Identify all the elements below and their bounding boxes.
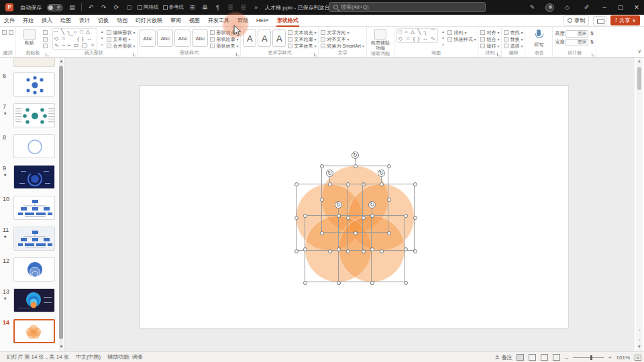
- undo-icon[interactable]: ↶: [87, 3, 95, 12]
- autosave-toggle[interactable]: 关: [47, 4, 63, 11]
- size-field-宽度[interactable]: 宽度厘米⇅: [555, 38, 594, 46]
- button-查找[interactable]: 查找▾: [504, 29, 523, 36]
- pen-icon[interactable]: ✐: [582, 3, 591, 12]
- resize-handle[interactable]: [370, 214, 374, 218]
- button-撤消[interactable]: [2, 29, 7, 36]
- gallery-scroll-icon[interactable]: ▾: [99, 35, 105, 42]
- resize-handle[interactable]: [328, 182, 332, 186]
- shape-gallery[interactable]: □ ○ △ ╲ ┐ ⌒◇ ☆ { } ↔ ∿: [396, 28, 438, 43]
- tab-文件[interactable]: 文件: [0, 15, 19, 27]
- wordart-tile[interactable]: A: [243, 29, 256, 47]
- share-button[interactable]: ⤴ 共享 ∨: [610, 15, 640, 25]
- button-转换为 SmartArt[interactable]: 转换为 SmartArt▾: [321, 43, 364, 49]
- search-input[interactable]: 搜索(Alt+Q): [329, 2, 486, 12]
- previous-slide-icon[interactable]: ⌃: [636, 328, 643, 333]
- resize-handle[interactable]: [294, 249, 299, 253]
- print-icon[interactable]: 🖶: [201, 3, 209, 12]
- next-slide-icon[interactable]: ⌄: [636, 337, 643, 341]
- slide-thumbnail-12[interactable]: [13, 257, 55, 282]
- rotation-handle[interactable]: ↻: [335, 201, 342, 208]
- restore-button[interactable]: ▢: [616, 4, 625, 11]
- panel-scrollbar[interactable]: [59, 58, 63, 351]
- resize-handle[interactable]: [380, 182, 384, 186]
- resize-handle[interactable]: [387, 164, 391, 168]
- styles-tile[interactable]: Abc: [140, 29, 156, 47]
- rotation-handle[interactable]: ↻: [368, 201, 376, 208]
- button-编辑形状[interactable]: 编辑形状▾: [107, 29, 135, 36]
- resize-handle[interactable]: [294, 182, 299, 186]
- new-slide-icon[interactable]: ⊞: [188, 3, 197, 12]
- styles-tile[interactable]: Abc: [192, 29, 208, 47]
- slide-thumbnail-7[interactable]: [13, 103, 55, 127]
- comments-button[interactable]: [593, 16, 606, 25]
- resize-handle[interactable]: [337, 214, 341, 218]
- zoom-out-button[interactable]: –: [565, 355, 568, 361]
- button-文本框[interactable]: 文本框▾: [107, 36, 135, 42]
- button-文本轮廓[interactable]: 文本轮廓▾: [288, 36, 316, 42]
- notes-button[interactable]: ≜ 备注: [495, 354, 513, 361]
- slide-thumbnail-8[interactable]: [13, 134, 55, 158]
- dialog-launcher-icon[interactable]: [314, 53, 317, 56]
- button-旋转[interactable]: 旋转▾: [480, 43, 499, 49]
- tab-开发工具[interactable]: 开发工具: [204, 15, 233, 27]
- accessibility-status[interactable]: 辅助功能: 调查: [107, 353, 142, 361]
- shape-gallery[interactable]: ─ ╲ ┐ ○ □ △◇ ☆ ⌒ { } ↔∿ ¬ ⌐ ▭ ◯ ✧: [52, 28, 97, 50]
- qat-overflow-icon[interactable]: »: [252, 3, 260, 12]
- button-复制[interactable]: [43, 36, 48, 42]
- rotation-handle[interactable]: ↻: [352, 152, 359, 159]
- dialog-launcher-icon[interactable]: [497, 53, 500, 56]
- tab-帮助[interactable]: 帮助: [233, 15, 252, 27]
- button-粘贴[interactable]: 粘贴: [18, 28, 41, 46]
- slide-thumbnail-14[interactable]: [13, 319, 55, 343]
- canvas-scrollbar-thumb[interactable]: [637, 67, 641, 90]
- resize-handle[interactable]: [404, 247, 408, 251]
- canvas-scrollbar[interactable]: ▲ ⌃ ⌄ ▼: [636, 58, 643, 351]
- slideshow-button[interactable]: [553, 354, 560, 361]
- rotation-handle[interactable]: ↻: [378, 170, 385, 177]
- zoom-slider-thumb[interactable]: [590, 355, 592, 360]
- language-indicator[interactable]: 中文(中国): [76, 353, 101, 361]
- tab-插入[interactable]: 插入: [38, 15, 56, 27]
- slide-thumbnail-9[interactable]: [13, 165, 55, 189]
- button-选择[interactable]: 选择▾: [504, 43, 523, 49]
- slide-thumbnail-11[interactable]: [13, 227, 55, 251]
- styles-tile[interactable]: Abc: [174, 29, 191, 47]
- zoom-level[interactable]: 101%: [616, 355, 630, 361]
- button-形状轮廓[interactable]: 形状轮廓▾: [210, 36, 238, 42]
- scroll-up-icon[interactable]: ▲: [59, 59, 64, 63]
- gallery-scroll-icon[interactable]: ▴: [440, 28, 445, 35]
- button-剪切[interactable]: [43, 29, 48, 36]
- dialog-launcher-icon[interactable]: [133, 53, 136, 56]
- dialog-launcher-icon[interactable]: [236, 53, 239, 56]
- align-left-icon[interactable]: ☰: [226, 3, 235, 12]
- resize-handle[interactable]: [337, 247, 341, 251]
- tab-形状格式[interactable]: 形状格式: [273, 15, 303, 27]
- slide-thumbnail-6[interactable]: [13, 72, 55, 97]
- repeat-icon[interactable]: ⟳: [112, 3, 121, 12]
- normal-view-button[interactable]: [517, 354, 524, 361]
- gallery-scroll-icon[interactable]: ▾: [440, 35, 445, 42]
- guides-checkbox[interactable]: 参考线: [163, 4, 184, 11]
- button-对齐文本[interactable]: 对齐文本▾: [321, 36, 364, 42]
- tab-幻灯片放映[interactable]: 幻灯片放映: [131, 15, 166, 27]
- rotation-handle[interactable]: ↻: [326, 170, 333, 177]
- resize-handle[interactable]: [294, 216, 299, 220]
- button-文本效果[interactable]: 文本效果▾: [288, 43, 316, 49]
- resize-handle[interactable]: [303, 281, 307, 285]
- scroll-down-icon[interactable]: ▼: [59, 345, 64, 349]
- slide-thumbnail-10[interactable]: [13, 196, 55, 220]
- wordart-tile[interactable]: A: [258, 29, 271, 47]
- resize-handle[interactable]: [413, 182, 417, 186]
- wordart-tile[interactable]: A: [272, 29, 286, 47]
- tab-视图[interactable]: 视图: [185, 15, 204, 27]
- close-button[interactable]: ✕: [632, 4, 641, 11]
- resize-handle[interactable]: [354, 164, 358, 168]
- resize-handle[interactable]: [320, 164, 324, 168]
- slide-thumbnail[interactable]: [13, 58, 55, 67]
- gallery-scroll-icon[interactable]: ▿: [99, 42, 105, 48]
- button-文本填充[interactable]: 文本填充▾: [288, 29, 316, 36]
- resize-handle[interactable]: [346, 182, 350, 186]
- styles-tile[interactable]: Abc: [157, 29, 173, 47]
- button-对齐[interactable]: 对齐▾: [480, 29, 499, 36]
- minimize-button[interactable]: –: [600, 4, 609, 11]
